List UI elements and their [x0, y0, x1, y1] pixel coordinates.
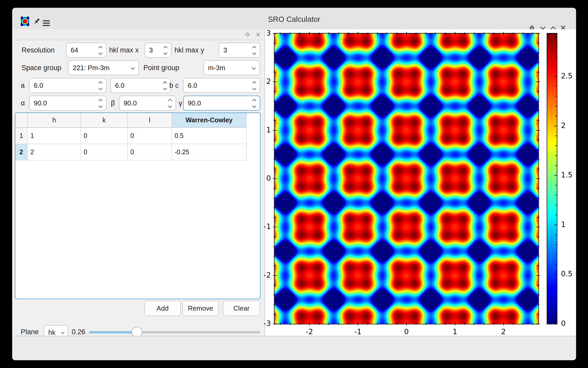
hkl-max-x-value: 3	[149, 46, 153, 54]
spin-up-icon[interactable]	[163, 45, 168, 49]
spin-down-icon[interactable]	[98, 87, 103, 91]
alpha-label: α	[21, 99, 25, 107]
space-group-value: 221: Pm-3m	[73, 64, 110, 72]
beta-value: 90.0	[124, 99, 137, 107]
heatmap-canvas[interactable]	[275, 34, 538, 324]
point-group-combobox[interactable]: m-3m	[203, 60, 260, 75]
chevron-down-icon	[251, 66, 257, 70]
b-spinbox[interactable]: 6.0	[110, 78, 171, 93]
cell-l[interactable]: 0	[128, 144, 172, 160]
clear-button[interactable]: Clear	[223, 300, 260, 316]
column-header-warren-cowley[interactable]: Warren-Cowley	[172, 113, 247, 128]
hkl-max-y-spinbox[interactable]: 3	[219, 43, 260, 58]
cell-k[interactable]: 0	[81, 144, 128, 160]
cell-k[interactable]: 0	[81, 128, 128, 144]
c-spinbox[interactable]: 6.0	[183, 78, 260, 93]
column-header-h[interactable]: h	[28, 113, 81, 128]
dock-titlebar[interactable]	[12, 29, 264, 40]
spin-up-icon[interactable]	[98, 81, 103, 84]
resolution-label: Resolution	[22, 46, 55, 54]
resolution-value: 64	[71, 46, 78, 54]
dock-close-icon[interactable]	[255, 32, 261, 37]
warren-cowley-table[interactable]: h k l Warren-Cowley 1 1 0 0 0.5 2 2 0 0 …	[15, 112, 260, 299]
plane-label: Plane	[21, 328, 39, 336]
heatmap-frame	[274, 33, 539, 324]
cell-h[interactable]: 1	[28, 128, 81, 144]
hkl-max-x-label: hkl max x	[109, 46, 139, 54]
a-label: a	[21, 82, 25, 90]
a-spinbox[interactable]: 6.0	[29, 78, 106, 93]
spin-up-icon[interactable]	[98, 98, 103, 102]
cell-h[interactable]: 2	[28, 144, 81, 160]
point-group-value: m-3m	[208, 64, 225, 72]
beta-label: β	[111, 99, 115, 107]
app-window: SRO Calculator	[12, 8, 576, 360]
spin-up-icon[interactable]	[98, 45, 103, 49]
spin-down-icon[interactable]	[251, 87, 257, 91]
point-group-label: Point group	[143, 64, 179, 72]
bc-label: b c	[169, 82, 179, 90]
hkl-max-y-value: 3	[223, 46, 227, 54]
row-header[interactable]: 2	[15, 144, 28, 160]
space-group-label: Space group	[22, 64, 61, 72]
spin-up-icon[interactable]	[251, 98, 257, 102]
statusbar	[12, 336, 576, 360]
space-group-combobox[interactable]: 221: Pm-3m	[68, 60, 139, 75]
spin-down-icon[interactable]	[98, 52, 103, 56]
spin-down-icon[interactable]	[251, 52, 257, 56]
chevron-down-icon	[60, 331, 65, 335]
beta-spinbox[interactable]: 90.0	[119, 96, 176, 111]
spin-down-icon[interactable]	[163, 52, 168, 56]
dock-float-icon[interactable]	[245, 32, 250, 37]
plane-slider-fill	[89, 331, 137, 333]
column-header-l[interactable]: l	[128, 113, 172, 128]
spin-up-icon[interactable]	[162, 81, 168, 84]
gamma-value: 90.0	[188, 99, 201, 107]
spin-down-icon[interactable]	[98, 105, 103, 109]
alpha-spinbox[interactable]: 90.0	[29, 96, 106, 111]
gamma-label: γ	[179, 99, 182, 107]
a-value: 6.0	[34, 82, 43, 90]
plane-value: hk	[48, 329, 55, 337]
chevron-down-icon	[130, 66, 136, 70]
window-title: SRO Calculator	[12, 8, 576, 29]
b-value: 6.0	[115, 82, 124, 90]
spin-up-icon[interactable]	[167, 98, 173, 102]
spin-down-icon[interactable]	[162, 87, 168, 91]
titlebar[interactable]: SRO Calculator	[12, 8, 576, 30]
cell-l[interactable]: 0	[128, 128, 172, 144]
spin-down-icon[interactable]	[251, 105, 257, 109]
spin-up-icon[interactable]	[251, 81, 257, 84]
corner-header	[15, 113, 28, 128]
gamma-spinbox[interactable]: 90.0	[183, 96, 260, 111]
cell-warren-cowley[interactable]: -0.25	[172, 144, 247, 160]
add-button[interactable]: Add	[144, 300, 181, 316]
spin-down-icon[interactable]	[167, 105, 173, 109]
column-header-k[interactable]: k	[81, 113, 128, 128]
cell-warren-cowley[interactable]: 0.5	[172, 128, 247, 144]
spin-up-icon[interactable]	[251, 45, 257, 49]
row-header[interactable]: 1	[15, 128, 28, 144]
alpha-value: 90.0	[34, 99, 47, 107]
remove-button[interactable]: Remove	[182, 300, 219, 316]
plane-slider-value: 0.26	[72, 328, 85, 336]
resolution-spinbox[interactable]: 64	[66, 43, 106, 58]
screen: SRO Calculator	[0, 0, 588, 368]
colorbar-frame	[547, 33, 557, 324]
colorbar-canvas	[547, 34, 557, 324]
hkl-max-y-label: hkl max y	[175, 46, 204, 54]
c-value: 6.0	[188, 82, 197, 90]
hkl-max-x-spinbox[interactable]: 3	[144, 43, 171, 58]
